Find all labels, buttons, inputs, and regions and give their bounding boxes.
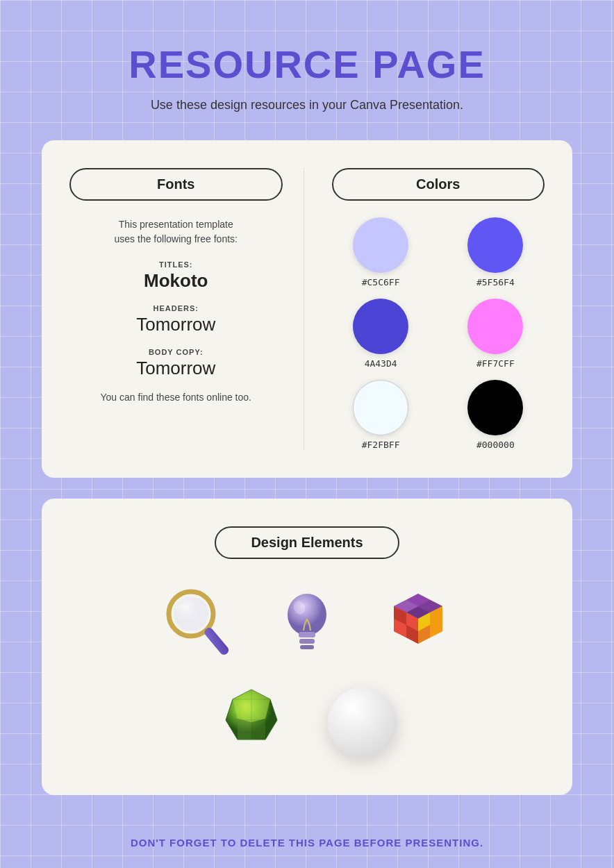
font-label-titles: TITLES:: [69, 260, 283, 269]
magnifier-icon: [158, 583, 234, 667]
white-sphere-shape: [328, 687, 397, 757]
svg-marker-26: [238, 719, 251, 740]
color-item-5: #000000: [447, 380, 545, 450]
color-circle-1: [467, 217, 523, 273]
color-label-0: #C5C6FF: [362, 277, 400, 287]
page-subtitle: Use these design resources in your Canva…: [151, 98, 463, 112]
rubik-cube-element: [373, 580, 463, 670]
font-name-body: Tomorrow: [136, 358, 215, 378]
font-item-headers: HEADERS: Tomorrow: [69, 304, 283, 335]
color-label-3: #FF7CFF: [476, 358, 515, 369]
color-label-1: #5F56F4: [476, 277, 515, 287]
svg-rect-6: [300, 645, 314, 649]
color-label-4: #F2FBFF: [362, 440, 400, 450]
design-elements-tab: Design Elements: [215, 526, 399, 559]
color-item-2: 4A43D4: [332, 299, 430, 369]
footer-note: DON'T FORGET TO DELETE THIS PAGE BEFORE …: [131, 837, 483, 849]
elements-grid: [69, 580, 545, 767]
font-item-titles: TITLES: Mokoto: [69, 260, 283, 292]
rubik-cube-icon: [380, 587, 456, 663]
font-label-headers: HEADERS:: [69, 304, 283, 312]
color-item-3: #FF7CFF: [447, 299, 545, 369]
color-circle-2: [353, 299, 408, 354]
svg-rect-2: [203, 626, 231, 657]
fonts-note-text: You can find these fonts online too.: [69, 392, 283, 403]
fonts-colors-card: Fonts This presentation templateuses the…: [42, 140, 572, 478]
elements-row-2: [206, 677, 408, 767]
lightbulb-element: [262, 580, 352, 670]
fonts-intro-text: This presentation templateuses the follo…: [69, 217, 283, 247]
svg-point-1: [174, 596, 208, 631]
gem-icon: [213, 684, 290, 760]
svg-rect-5: [299, 639, 315, 644]
color-item-0: #C5C6FF: [332, 217, 430, 287]
svg-marker-25: [251, 719, 265, 740]
magnifier-element: [151, 580, 241, 670]
font-name-mokoto: Mokoto: [144, 270, 208, 291]
lightbulb-icon: [269, 583, 345, 667]
page-title: RESOURCE PAGE: [128, 42, 485, 87]
fonts-tab: Fonts: [69, 168, 283, 201]
colors-grid: #C5C6FF #5F56F4 4A43D4 #FF7CFF #F2FBFF #: [332, 217, 545, 450]
svg-point-3: [288, 594, 326, 635]
colors-column: Colors #C5C6FF #5F56F4 4A43D4 #FF7CFF #F…: [304, 168, 545, 450]
color-label-2: 4A43D4: [365, 358, 397, 369]
elements-row-1: [151, 580, 463, 670]
svg-rect-4: [299, 632, 315, 637]
color-circle-4: [353, 380, 408, 435]
color-item-1: #5F56F4: [447, 217, 545, 287]
font-label-body: BODY COPY:: [69, 348, 283, 356]
colors-tab: Colors: [332, 168, 545, 201]
sphere-element: [317, 677, 408, 767]
color-circle-0: [353, 217, 408, 273]
font-name-headers: Tomorrow: [136, 314, 215, 335]
gem-element: [206, 677, 297, 767]
color-item-4: #F2FBFF: [332, 380, 430, 450]
color-circle-5: [467, 380, 523, 435]
design-elements-card: Design Elements: [42, 499, 572, 795]
font-item-body: BODY COPY: Tomorrow: [69, 348, 283, 379]
color-label-5: #000000: [476, 440, 515, 450]
color-circle-3: [467, 299, 523, 354]
fonts-column: Fonts This presentation templateuses the…: [69, 168, 304, 450]
